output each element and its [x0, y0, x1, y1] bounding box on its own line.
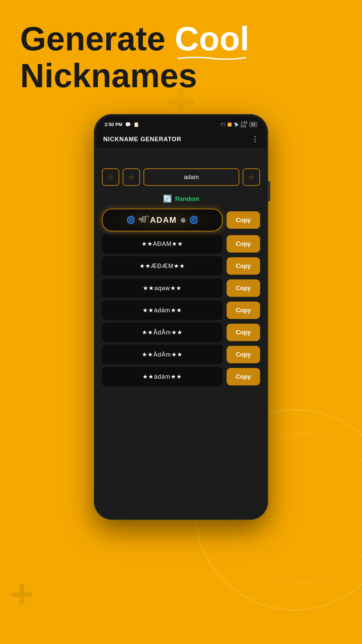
copy-button-6[interactable]: Copy: [227, 346, 260, 363]
nickname-text-7: ★★àdàm★★: [142, 373, 182, 380]
nickname-box-3: ★★aqaw★★: [102, 278, 223, 298]
header-generate: Generate: [20, 20, 175, 57]
header-cool: Cool: [175, 20, 249, 57]
status-icons: 📳 📶 📡 1.43K/S 92: [221, 121, 257, 128]
nickname-item-4: ★★ádám★★ Copy: [102, 301, 260, 320]
app-bar: NICKNAME GENERATOR ⋮: [97, 130, 265, 148]
nickname-box-1: ★★AÐAM★★: [102, 234, 223, 254]
deco-left: 🌀: [126, 216, 135, 224]
nickname-text-5: ★★ÃdÃm★★: [142, 329, 182, 336]
nickname-text-6: ★★ÄdÄm★★: [142, 351, 182, 358]
sikh-symbol-left: ੴ: [139, 216, 147, 224]
phone-container: 2:50 PM 💬 📋 📳 📶 📡 1.43K/S 92 NICKNAME GE…: [94, 114, 268, 520]
copy-button-0[interactable]: Copy: [227, 211, 260, 229]
nickname-box-6: ★★ÄdÄm★★: [102, 345, 223, 364]
nickname-box-4: ★★ádám★★: [102, 301, 223, 320]
target-symbol: ⊕: [180, 216, 186, 224]
app-content: ☆ ☆ ☆ 🔄 Random 🌀 ੴ: [97, 148, 265, 517]
nickname-item-5: ★★ÃdÃm★★ Copy: [102, 323, 260, 342]
star-button-3[interactable]: ☆: [243, 168, 260, 186]
cool-underline: [175, 56, 249, 60]
copy-button-4[interactable]: Copy: [227, 302, 260, 319]
random-label[interactable]: Random: [175, 196, 199, 203]
nickname-item-6: ★★ÄdÄm★★ Copy: [102, 345, 260, 364]
phone-side-button: [268, 181, 270, 201]
phone-outer: 2:50 PM 💬 📋 📳 📶 📡 1.43K/S 92 NICKNAME GE…: [94, 114, 268, 520]
nickname-box-2: ★★ÆÐÆM★★: [102, 256, 223, 276]
more-options-icon[interactable]: ⋮: [251, 135, 259, 144]
nickname-box-5: ★★ÃdÃm★★: [102, 323, 223, 342]
battery-speed: 1.43K/S: [241, 121, 247, 128]
nickname-list: 🌀 ੴ ADAM ⊕ 🌀 Copy ★★AÐAM★★ Copy: [97, 209, 265, 386]
nickname-box-7: ★★àdàm★★: [102, 367, 223, 386]
bottom-fade: [97, 497, 265, 517]
copy-button-3[interactable]: Copy: [227, 279, 260, 297]
app-title: NICKNAME GENERATOR: [103, 136, 181, 143]
nickname-item-3: ★★aqaw★★ Copy: [102, 278, 260, 298]
signal-icon: 📡: [234, 122, 239, 127]
copy-button-2[interactable]: Copy: [227, 257, 260, 275]
status-time: 2:50 PM: [105, 122, 122, 127]
star-button-1[interactable]: ☆: [102, 168, 119, 186]
header-line1: Generate Cool: [20, 20, 342, 57]
nickname-text-4: ★★ádám★★: [142, 307, 182, 314]
refresh-icon[interactable]: 🔄: [163, 195, 172, 203]
copy-button-5[interactable]: Copy: [227, 324, 260, 341]
nickname-item-2: ★★ÆÐÆM★★ Copy: [102, 256, 260, 276]
deco-right: 🌀: [189, 216, 198, 224]
nickname-text-1: ★★AÐAM★★: [141, 240, 183, 248]
star-button-2[interactable]: ☆: [123, 168, 140, 186]
search-input[interactable]: [143, 168, 239, 186]
nickname-text-3: ★★aqaw★★: [143, 284, 181, 292]
phone-screen: 2:50 PM 💬 📋 📳 📶 📡 1.43K/S 92 NICKNAME GE…: [97, 117, 265, 517]
vibrate-icon: 📳: [221, 122, 225, 127]
search-row: ☆ ☆ ☆: [97, 148, 265, 191]
copy-button-7[interactable]: Copy: [227, 368, 260, 385]
bg-plus-bottom-left: +: [10, 571, 34, 617]
wifi-icon: 📶: [227, 122, 232, 127]
status-bar: 2:50 PM 💬 📋 📳 📶 📡 1.43K/S 92: [97, 117, 265, 130]
featured-text: ADAM: [150, 215, 177, 225]
notification-icon: 📋: [133, 122, 139, 127]
header-line2: Nicknames: [20, 57, 342, 94]
random-row: 🔄 Random: [97, 191, 265, 209]
copy-button-1[interactable]: Copy: [227, 235, 260, 253]
nickname-item-1: ★★AÐAM★★ Copy: [102, 234, 260, 254]
nickname-featured-box: 🌀 ੴ ADAM ⊕ 🌀: [102, 209, 223, 231]
battery-icon: 92: [249, 122, 257, 127]
status-left: 2:50 PM 💬 📋: [105, 122, 139, 127]
nickname-text-2: ★★ÆÐÆM★★: [139, 262, 185, 270]
nickname-item-7: ★★àdàm★★ Copy: [102, 367, 260, 386]
nickname-item-featured: 🌀 ੴ ADAM ⊕ 🌀 Copy: [102, 209, 260, 231]
header-section: Generate Cool Nicknames: [0, 0, 362, 94]
whatsapp-icon: 💬: [125, 122, 131, 127]
